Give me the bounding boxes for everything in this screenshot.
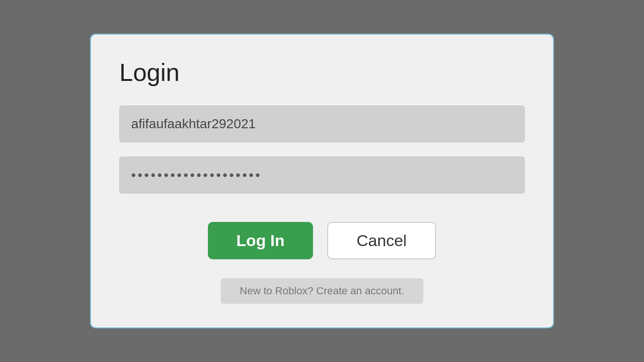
create-account-section: New to Roblox? Create an account. (119, 278, 525, 304)
buttons-row: Log In Cancel (119, 222, 525, 259)
cancel-button[interactable]: Cancel (327, 222, 436, 259)
username-input[interactable] (119, 106, 525, 142)
create-account-button[interactable]: New to Roblox? Create an account. (221, 278, 423, 304)
login-button[interactable]: Log In (208, 222, 313, 259)
password-input[interactable] (119, 157, 525, 194)
dialog-title: Login (119, 58, 525, 87)
login-dialog: Login Log In Cancel New to Roblox? Creat… (90, 34, 554, 328)
